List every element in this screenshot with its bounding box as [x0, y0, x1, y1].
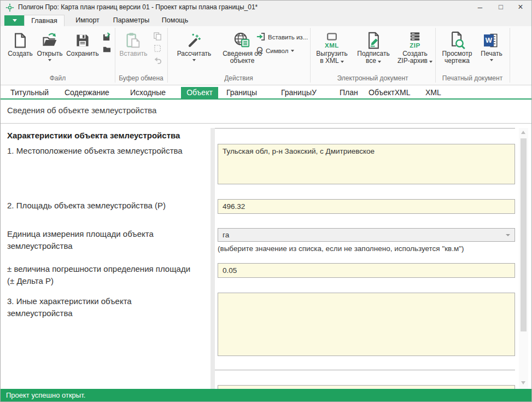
new-button[interactable]: Создать [6, 30, 34, 57]
globe-info-icon [233, 30, 251, 50]
label-delta: ± величина погрешности определения площа… [7, 263, 192, 287]
label-other: 3. Иные характеристики объекта землеустр… [7, 295, 192, 319]
xml-export-icon: XML [324, 30, 340, 50]
print-dropdown-arrow-icon [490, 59, 493, 61]
label-area: 2. Площадь объекта землеустройства (Р) [7, 200, 192, 212]
scrollbar-thumb[interactable] [521, 138, 527, 331]
copy-button[interactable] [152, 31, 163, 42]
titlebar: Полигон Про: Карта план границ версии 01… [1, 1, 531, 15]
label-unit: Единица измерения площади объекта землеу… [7, 228, 192, 252]
scroll-up-arrow-icon[interactable] [521, 131, 525, 134]
close-button[interactable]: × [511, 1, 530, 14]
ribbon-tab-strip: Главная Импорт Параметры Помощь [1, 15, 531, 26]
save-button[interactable]: Сохранить [65, 30, 100, 57]
form-top-divider [215, 128, 515, 129]
insert-from-icon [256, 32, 265, 42]
export-xml-button[interactable]: XML Выгрузить в XML [313, 30, 350, 65]
preview-magnifier-icon [448, 30, 466, 50]
window-title: Полигон Про: Карта план границ версии 01… [18, 1, 258, 14]
paste-clipboard-icon [125, 30, 142, 50]
close-project-folder-button[interactable] [101, 44, 112, 54]
ribbon-tab-main[interactable]: Главная [24, 15, 65, 26]
open-button[interactable]: Открыть [34, 30, 65, 61]
unit-hint: (выберите значение из списка, если не за… [218, 244, 464, 253]
paste-button[interactable]: Вставить [118, 30, 149, 57]
section-title: Сведения об объекте землеустройства [7, 106, 156, 115]
file-menu-arrow-icon [13, 19, 17, 22]
sign-all-dropdown-arrow-icon [378, 61, 381, 63]
doc-tab-xml[interactable]: XML [425, 87, 441, 98]
magic-wand-icon [186, 30, 202, 50]
calculate-button[interactable]: Рассчитать [173, 30, 215, 61]
location-textarea[interactable]: Тульская обл, р-н Заокский, с Дмитриевск… [218, 144, 515, 184]
actions-right-column: Вставить из... Ω Символ [256, 32, 308, 56]
doc-tab-source[interactable]: Исходные [130, 87, 166, 98]
open-dropdown-arrow-icon [48, 59, 51, 61]
ribbon-tab-parameters[interactable]: Параметры [109, 15, 153, 26]
app-window: Полигон Про: Карта план границ версии 01… [0, 0, 532, 402]
doc-tab-plan[interactable]: План [340, 87, 358, 98]
doc-tab-contents[interactable]: Содержание [65, 87, 109, 98]
paste-special-button[interactable] [152, 43, 163, 54]
group-label-pdoc: Печатный документ [435, 74, 510, 82]
word-document-icon: W [483, 30, 500, 50]
print-button[interactable]: W Печать [477, 30, 506, 61]
ribbon: Создать Открыть Сохранить [1, 26, 531, 85]
insert-from-button[interactable]: Вставить из... [256, 32, 308, 42]
delta-input[interactable] [218, 263, 515, 278]
group-label-actions: Действия [167, 74, 310, 82]
save-as-button[interactable] [101, 32, 112, 42]
pane-splitter[interactable] [211, 128, 215, 389]
ribbon-tab-import[interactable]: Импорт [70, 15, 105, 26]
minimize-button[interactable]: – [471, 1, 489, 14]
open-folder-icon [42, 30, 58, 50]
other-characteristics-textarea[interactable] [218, 293, 515, 356]
area-input[interactable] [218, 199, 515, 214]
group-label-edoc: Электронный документ [310, 74, 435, 82]
doc-tab-object-xml[interactable]: ОбъектXML [369, 87, 410, 98]
save-floppy-icon [74, 30, 91, 50]
form-heading: Характеристики объекта землеустройства [7, 130, 192, 142]
file-menu-button[interactable] [4, 15, 25, 26]
clipboard-extra-buttons [152, 31, 163, 66]
symbol-button[interactable]: Ω Символ [256, 46, 308, 56]
create-zip-button[interactable]: ZIP Создать ZIP-архив [395, 30, 435, 65]
status-message: Проект успешно открыт. [6, 389, 85, 402]
ribbon-tab-help[interactable]: Помощь [157, 15, 192, 26]
group-label-clipboard: Буфер обмена [115, 74, 167, 82]
form-bottom-divider [215, 370, 515, 370]
sign-all-button[interactable]: Подписать все [354, 30, 393, 65]
section-divider [1, 123, 531, 124]
create-zip-dropdown-arrow-icon [429, 61, 432, 63]
group-label-file: Файл [1, 74, 115, 82]
symbol-dropdown-arrow-icon [291, 50, 294, 52]
sign-document-icon [365, 30, 382, 50]
zip-archive-icon: ZIP [407, 30, 423, 50]
app-logo-icon [5, 3, 14, 12]
export-xml-dropdown-arrow-icon [341, 61, 344, 63]
doc-tab-title-page[interactable]: Титульный [10, 87, 49, 98]
doc-tab-borders[interactable]: Границы [226, 87, 257, 98]
maximize-button[interactable]: □ [492, 1, 510, 14]
unit-select[interactable]: га [218, 228, 515, 242]
vertical-scrollbar[interactable] [519, 128, 528, 389]
new-document-icon [12, 30, 28, 50]
doc-tab-borders-u[interactable]: ГраницыУ [281, 87, 317, 98]
chevron-down-icon [506, 234, 510, 236]
group-separator [510, 28, 510, 83]
calculate-dropdown-arrow-icon [192, 59, 196, 61]
doc-tab-object-active[interactable]: Объект [181, 87, 218, 98]
file-extra-buttons [101, 32, 112, 54]
undo-button[interactable] [152, 55, 163, 66]
drawing-preview-button[interactable]: Просмотр чертежа [438, 30, 476, 65]
document-tab-bar: Титульный Содержание Исходные Объект Гра… [1, 87, 531, 100]
status-bar: Проект успешно открыт. [1, 389, 531, 402]
scroll-down-arrow-icon[interactable] [521, 381, 525, 384]
label-location: 1. Местоположение объекта землеустройств… [7, 145, 192, 157]
omega-icon: Ω [256, 46, 263, 56]
